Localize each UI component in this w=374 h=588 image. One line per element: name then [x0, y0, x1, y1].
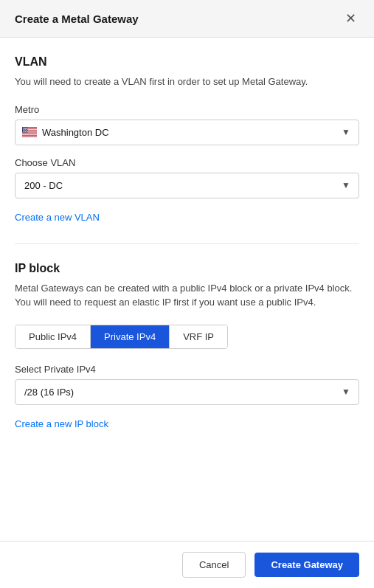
ip-section-description: Metal Gateways can be created with a pub… [15, 281, 359, 310]
ip-type-tabs: Public IPv4 Private IPv4 VRF IP [15, 325, 228, 349]
ip-section: IP block Metal Gateways can be created w… [15, 262, 359, 432]
create-ip-block-link[interactable]: Create a new IP block [15, 418, 108, 429]
cancel-button[interactable]: Cancel [182, 552, 246, 578]
vlan-section: VLAN You will need to create a VLAN firs… [15, 55, 359, 226]
vlan-section-description: You will need to create a VLAN first in … [15, 75, 359, 89]
private-ipv4-select-wrapper: /28 (16 IPs) ▼ [15, 379, 359, 405]
metro-select-wrapper: Washington DC ▼ [15, 120, 359, 145]
modal: Create a Metal Gateway ✕ VLAN You will n… [0, 0, 374, 588]
metro-label: Metro [15, 104, 359, 115]
private-ipv4-select[interactable]: /28 (16 IPs) [15, 379, 359, 405]
metro-select[interactable]: Washington DC [15, 120, 359, 145]
vlan-label: Choose VLAN [15, 157, 359, 168]
vlan-select-wrapper: 200 - DC ▼ [15, 173, 359, 198]
tab-public-ipv4[interactable]: Public IPv4 [15, 325, 91, 348]
select-private-ipv4-label: Select Private IPv4 [15, 364, 359, 375]
tab-vrf-ip[interactable]: VRF IP [170, 325, 227, 348]
modal-body: VLAN You will need to create a VLAN firs… [0, 38, 374, 541]
tab-private-ipv4[interactable]: Private IPv4 [91, 325, 170, 348]
modal-title: Create a Metal Gateway [15, 13, 139, 25]
create-vlan-link[interactable]: Create a new VLAN [15, 212, 100, 223]
create-gateway-button[interactable]: Create Gateway [254, 553, 359, 577]
modal-header: Create a Metal Gateway ✕ [0, 0, 374, 38]
section-divider [15, 243, 359, 244]
vlan-select[interactable]: 200 - DC [15, 173, 359, 198]
vlan-section-title: VLAN [15, 55, 359, 69]
ip-section-title: IP block [15, 262, 359, 275]
modal-footer: Cancel Create Gateway [0, 541, 374, 588]
close-button[interactable]: ✕ [342, 10, 359, 27]
